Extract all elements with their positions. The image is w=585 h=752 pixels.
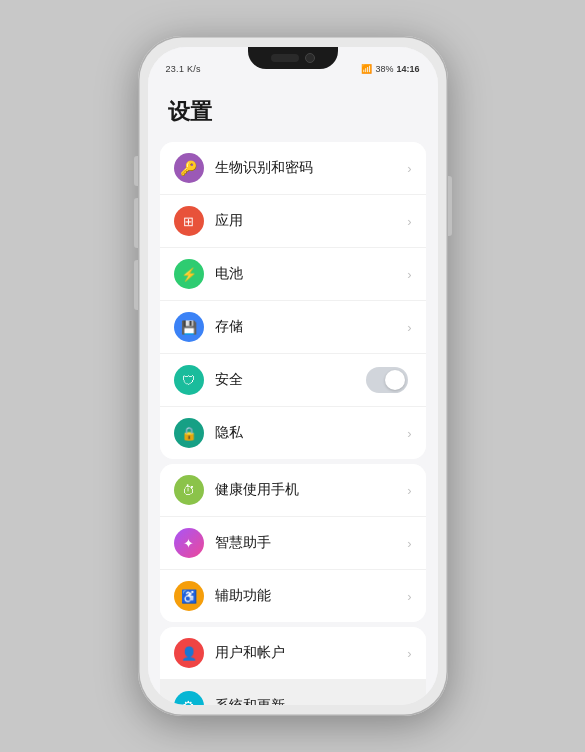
settings-group-3: 👤 用户和帐户 › ⚙ 系统和更新 › HMS <box>160 627 426 705</box>
settings-item-accessibility[interactable]: ♿ 辅助功能 › <box>160 570 426 622</box>
status-icons: 📶 38% 14:16 <box>361 64 419 74</box>
volume-up-button <box>134 198 138 248</box>
assistant-chevron: › <box>407 536 411 551</box>
health-label: 健康使用手机 <box>215 481 408 499</box>
settings-group-1: 🔑 生物识别和密码 › ⊞ 应用 › ⚡ 电池 › 💾 存储 › <box>160 142 426 459</box>
health-icon-bg: ⏱ <box>174 475 204 505</box>
notch <box>248 47 338 69</box>
settings-item-biometrics[interactable]: 🔑 生物识别和密码 › <box>160 142 426 195</box>
storage-label: 存储 <box>215 318 408 336</box>
apps-chevron: › <box>407 214 411 229</box>
system-label: 系统和更新 <box>215 697 408 705</box>
security-icon-bg: 🛡 <box>174 365 204 395</box>
signal-icon: 📶 <box>361 64 372 74</box>
privacy-chevron: › <box>407 426 411 441</box>
health-chevron: › <box>407 483 411 498</box>
biometrics-chevron: › <box>407 161 411 176</box>
biometrics-icon-bg: 🔑 <box>174 153 204 183</box>
assistant-icon-bg: ✦ <box>174 528 204 558</box>
battery-text: 38% <box>375 64 393 74</box>
phone-frame: 23.1 K/s 📶 38% 14:16 设置 🔑 生物识别和密码 › ⊞ 应用 <box>138 36 448 716</box>
settings-item-security[interactable]: 🛡 安全 <box>160 354 426 407</box>
battery-icon-bg: ⚡ <box>174 259 204 289</box>
biometrics-label: 生物识别和密码 <box>215 159 408 177</box>
security-label: 安全 <box>215 371 366 389</box>
status-speed: 23.1 K/s <box>166 64 201 74</box>
settings-item-storage[interactable]: 💾 存储 › <box>160 301 426 354</box>
accounts-chevron: › <box>407 646 411 661</box>
settings-item-assistant[interactable]: ✦ 智慧助手 › <box>160 517 426 570</box>
accessibility-label: 辅助功能 <box>215 587 408 605</box>
battery-chevron: › <box>407 267 411 282</box>
storage-chevron: › <box>407 320 411 335</box>
privacy-label: 隐私 <box>215 424 408 442</box>
volume-down-button <box>134 260 138 310</box>
time-display: 14:16 <box>396 64 419 74</box>
settings-item-battery[interactable]: ⚡ 电池 › <box>160 248 426 301</box>
phone-screen: 23.1 K/s 📶 38% 14:16 设置 🔑 生物识别和密码 › ⊞ 应用 <box>148 47 438 705</box>
apps-icon-bg: ⊞ <box>174 206 204 236</box>
settings-item-accounts[interactable]: 👤 用户和帐户 › <box>160 627 426 680</box>
battery-label: 电池 <box>215 265 408 283</box>
accounts-label: 用户和帐户 <box>215 644 408 662</box>
storage-icon-bg: 💾 <box>174 312 204 342</box>
accessibility-chevron: › <box>407 589 411 604</box>
front-camera <box>305 53 315 63</box>
accessibility-icon-bg: ♿ <box>174 581 204 611</box>
status-bar: 23.1 K/s 📶 38% 14:16 <box>148 47 438 83</box>
front-sensor <box>271 54 299 62</box>
page-title: 设置 <box>148 83 438 137</box>
settings-item-privacy[interactable]: 🔒 隐私 › <box>160 407 426 459</box>
assistant-label: 智慧助手 <box>215 534 408 552</box>
system-icon-bg: ⚙ <box>174 691 204 705</box>
power-button <box>448 176 452 236</box>
mute-button <box>134 156 138 186</box>
settings-group-2: ⏱ 健康使用手机 › ✦ 智慧助手 › ♿ 辅助功能 › <box>160 464 426 622</box>
privacy-icon-bg: 🔒 <box>174 418 204 448</box>
security-toggle[interactable] <box>366 367 408 393</box>
settings-item-health[interactable]: ⏱ 健康使用手机 › <box>160 464 426 517</box>
settings-item-apps[interactable]: ⊞ 应用 › <box>160 195 426 248</box>
accounts-icon-bg: 👤 <box>174 638 204 668</box>
apps-label: 应用 <box>215 212 408 230</box>
settings-scroll[interactable]: 设置 🔑 生物识别和密码 › ⊞ 应用 › ⚡ 电池 › <box>148 83 438 705</box>
settings-item-system[interactable]: ⚙ 系统和更新 › <box>160 680 426 705</box>
system-chevron: › <box>407 699 411 706</box>
